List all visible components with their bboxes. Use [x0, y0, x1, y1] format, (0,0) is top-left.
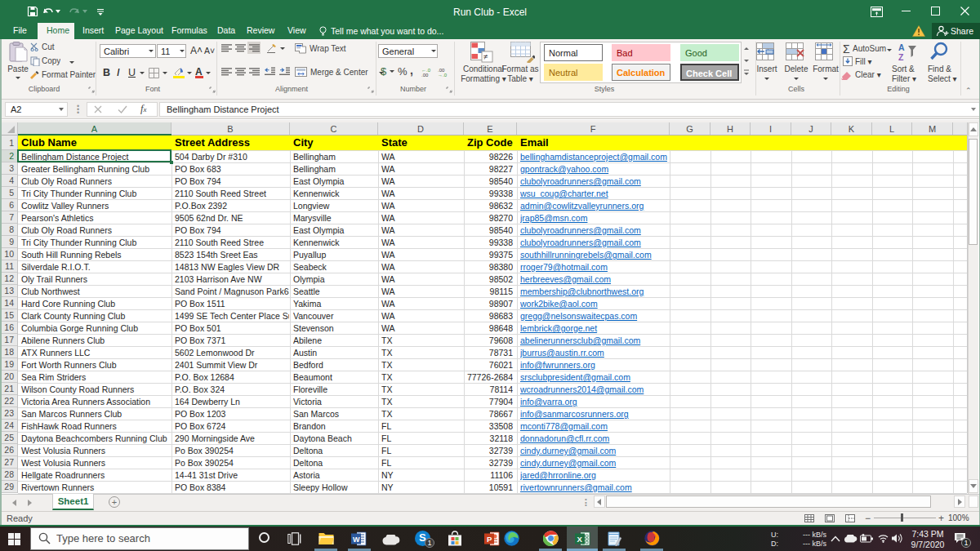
svg-text:≠: ≠: [483, 52, 488, 61]
svg-text:X: X: [577, 535, 583, 544]
svg-text:W: W: [353, 535, 360, 544]
svg-text:P: P: [487, 535, 492, 544]
svg-text:Z: Z: [898, 52, 904, 62]
svg-text:A: A: [898, 42, 905, 52]
svg-text:→.0: →.0: [438, 73, 448, 77]
svg-text:.00: .00: [421, 73, 429, 77]
